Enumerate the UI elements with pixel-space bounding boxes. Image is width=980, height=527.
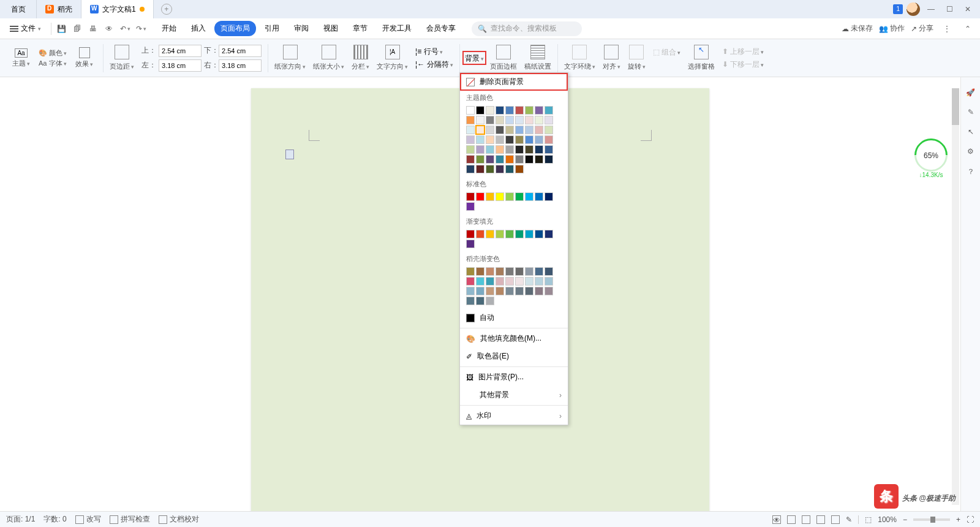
margin-left-input[interactable] [159, 59, 202, 72]
color-swatch[interactable] [476, 145, 484, 154]
color-swatch[interactable] [466, 106, 475, 115]
edit-icon[interactable]: ✎ [846, 515, 852, 524]
menu-insert[interactable]: 插入 [185, 21, 212, 36]
scrollbar-thumb[interactable] [952, 88, 959, 125]
theme-font-button[interactable]: Aa 字体 [39, 59, 67, 68]
color-swatch[interactable] [525, 116, 533, 124]
margin-right-input[interactable] [219, 59, 262, 72]
color-swatch[interactable] [496, 267, 504, 276]
color-swatch[interactable] [525, 135, 533, 144]
color-swatch[interactable] [496, 155, 504, 164]
color-swatch[interactable] [496, 192, 504, 201]
preview-icon[interactable]: 👁 [104, 24, 114, 34]
word-count[interactable]: 字数: 0 [43, 514, 66, 525]
spellcheck-button[interactable]: 拼写检查 [110, 514, 150, 525]
color-swatch[interactable] [545, 230, 553, 238]
color-swatch[interactable] [525, 155, 533, 164]
color-swatch[interactable] [515, 277, 524, 286]
color-swatch[interactable] [476, 277, 484, 286]
more-fill-colors-item[interactable]: 🎨其他填充颜色(M)... [460, 330, 568, 347]
page-border-button[interactable]: 页面边框 [486, 39, 521, 77]
color-swatch[interactable] [486, 145, 494, 154]
close-button[interactable]: ✕ [960, 2, 975, 17]
color-swatch[interactable] [515, 155, 524, 164]
avatar[interactable] [907, 2, 920, 16]
menu-sections[interactable]: 章节 [347, 21, 374, 36]
color-swatch[interactable] [525, 106, 533, 115]
picture-background-item[interactable]: 🖼图片背景(P)... [460, 368, 568, 386]
color-swatch[interactable] [486, 267, 494, 276]
color-swatch[interactable] [476, 267, 484, 276]
color-swatch[interactable] [535, 287, 543, 295]
color-swatch[interactable] [515, 192, 524, 201]
redo-button[interactable]: ↷ [136, 24, 146, 34]
undo-button[interactable]: ↶ [120, 24, 130, 34]
menu-view[interactable]: 视图 [317, 21, 344, 36]
color-swatch[interactable] [466, 297, 475, 305]
color-swatch[interactable] [515, 267, 524, 276]
align-button[interactable]: 对齐 [599, 39, 624, 77]
color-swatch[interactable] [545, 135, 553, 144]
file-menu[interactable]: 文件▾ [5, 22, 46, 35]
color-swatch[interactable] [496, 106, 504, 115]
color-swatch[interactable] [525, 145, 533, 154]
orientation-button[interactable]: 纸张方向 [271, 39, 309, 77]
cursor-icon[interactable]: ↖ [968, 127, 974, 136]
more-menu[interactable]: ⋮ [940, 21, 954, 36]
color-swatch[interactable] [466, 202, 475, 211]
zoom-settings-icon[interactable]: ⬚ [865, 515, 872, 524]
color-swatch[interactable] [476, 135, 484, 144]
menu-references[interactable]: 引用 [258, 21, 285, 36]
color-swatch[interactable] [496, 165, 504, 173]
color-swatch[interactable] [496, 116, 504, 124]
color-swatch[interactable] [466, 277, 475, 286]
color-swatch[interactable] [486, 287, 494, 295]
color-swatch[interactable] [505, 106, 514, 115]
menu-member[interactable]: 会员专享 [420, 21, 462, 36]
color-swatch[interactable] [496, 135, 504, 144]
color-swatch[interactable] [515, 116, 524, 124]
background-button[interactable]: 背景 [462, 51, 486, 65]
color-swatch[interactable] [486, 230, 494, 238]
color-swatch[interactable] [466, 135, 475, 144]
color-swatch[interactable] [515, 126, 524, 134]
tab-docer[interactable]: 稻壳 [37, 0, 81, 18]
color-swatch[interactable] [525, 192, 533, 201]
color-swatch[interactable] [515, 135, 524, 144]
color-swatch[interactable] [545, 192, 553, 201]
color-swatch[interactable] [496, 230, 504, 238]
zoom-out-button[interactable]: − [903, 515, 907, 524]
theme-button[interactable]: Aa主题 [9, 39, 34, 77]
tab-home[interactable]: 首页 [0, 0, 37, 18]
color-swatch[interactable] [486, 192, 494, 201]
delete-background-item[interactable]: 删除页面背景 [460, 73, 568, 91]
color-swatch[interactable] [525, 287, 533, 295]
color-swatch[interactable] [496, 126, 504, 134]
color-swatch[interactable] [476, 106, 484, 115]
color-swatch[interactable] [535, 230, 543, 238]
notification-badge[interactable]: 1 [893, 4, 903, 14]
color-swatch[interactable] [466, 240, 475, 248]
color-swatch[interactable] [466, 287, 475, 295]
color-swatch[interactable] [535, 106, 543, 115]
color-swatch[interactable] [515, 287, 524, 295]
color-swatch[interactable] [535, 277, 543, 286]
color-swatch[interactable] [535, 135, 543, 144]
color-swatch[interactable] [525, 126, 533, 134]
selection-pane-button[interactable]: ↖选择窗格 [684, 39, 718, 77]
color-swatch[interactable] [476, 192, 484, 201]
color-swatch[interactable] [466, 116, 475, 124]
share-button[interactable]: ↗分享 [911, 23, 933, 34]
color-swatch[interactable] [466, 165, 475, 173]
maximize-button[interactable]: ☐ [942, 2, 957, 17]
view-mode-print-icon[interactable] [787, 515, 796, 524]
page-count[interactable]: 页面: 1/1 [6, 514, 35, 525]
color-swatch[interactable] [476, 116, 484, 124]
zoom-level[interactable]: 100% [878, 515, 897, 524]
color-swatch[interactable] [486, 155, 494, 164]
effects-button[interactable]: 效果 [72, 39, 97, 77]
margin-bottom-input[interactable] [219, 45, 262, 57]
color-swatch[interactable] [486, 135, 494, 144]
unsaved-button[interactable]: ☁未保存 [842, 23, 873, 34]
columns-button[interactable]: 分栏 [348, 39, 373, 77]
